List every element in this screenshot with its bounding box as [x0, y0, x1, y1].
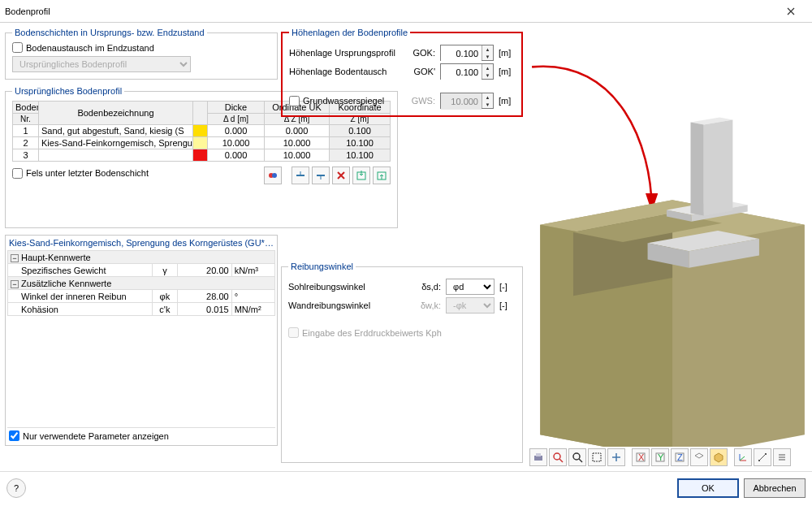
- svg-text:X: X: [638, 452, 645, 462]
- kph-checkbox-label: Eingabe des Erddruckbeiwerts Kph: [288, 327, 516, 338]
- profile-toolbar: [264, 167, 391, 184]
- table-row[interactable]: 1Sand, gut abgestuft, Sand, kiesig (S0.0…: [13, 125, 391, 137]
- chevron-down-icon: ▼: [482, 101, 493, 108]
- gws-spinner: ▲▼: [440, 93, 494, 109]
- view-toolbar: X Y Z: [528, 447, 809, 468]
- view-x-icon[interactable]: X: [632, 448, 650, 466]
- profile-select: Ursprüngliches Bodenprofil: [12, 56, 191, 72]
- svg-text:Z: Z: [677, 452, 683, 462]
- sohl-select[interactable]: φd: [446, 279, 495, 295]
- row-delete-button[interactable]: [332, 167, 350, 184]
- collapse-icon[interactable]: −: [11, 280, 19, 288]
- view-y-icon[interactable]: Y: [651, 448, 669, 466]
- prop-row-wink[interactable]: Winkel der inneren Reibun φk 28.00 °: [8, 290, 275, 303]
- ok-button[interactable]: OK: [677, 478, 739, 498]
- right-column: X Y Z: [526, 23, 812, 471]
- title-bar: Bodenprofil: [0, 0, 812, 23]
- svg-marker-18: [690, 123, 703, 216]
- gok2-spinner[interactable]: ▲▼: [440, 63, 494, 80]
- pan-icon[interactable]: [607, 448, 625, 466]
- friction-legend: Reibungswinkel: [288, 262, 356, 271]
- help-button[interactable]: ?: [6, 478, 26, 498]
- collapse-icon[interactable]: −: [11, 254, 19, 262]
- profile-grid-legend: Ursprüngliches Bodenprofil: [12, 86, 124, 96]
- friction-fieldset: Reibungswinkel Sohlreibungswinkel δs,d: …: [281, 262, 523, 463]
- axes-icon[interactable]: [734, 448, 752, 466]
- dialog-footer: ? OK Abbrechen: [0, 471, 812, 504]
- left-column: Bodenschichten in Ursprungs- bzw. Endzus…: [0, 23, 278, 471]
- table-row[interactable]: 30.00010.00010.100: [13, 149, 391, 162]
- svg-marker-32: [715, 453, 723, 462]
- row-insert-below-button[interactable]: [312, 167, 330, 184]
- svg-marker-31: [695, 453, 703, 458]
- import-button[interactable]: [352, 167, 370, 184]
- svg-marker-19: [704, 120, 733, 216]
- measure-icon[interactable]: [754, 448, 771, 466]
- more-icon[interactable]: [773, 448, 791, 466]
- prop-row-spez[interactable]: Spezifisches Gewicht γ 20.00 kN/m³: [8, 264, 275, 277]
- layers-fieldset: Bodenschichten in Ursprungs- bzw. Endzus…: [5, 28, 278, 80]
- chevron-up-icon[interactable]: ▲: [482, 45, 493, 53]
- library-button[interactable]: [264, 167, 282, 184]
- rock-checkbox-label[interactable]: Fels unter letzter Bodenschicht: [12, 168, 264, 179]
- preview-svg: [528, 26, 809, 447]
- chevron-up-icon: ▲: [482, 93, 493, 101]
- chevron-down-icon[interactable]: ▼: [482, 53, 493, 60]
- svg-text:Y: Y: [658, 452, 664, 462]
- bodenaustausch-checkbox[interactable]: [12, 42, 23, 53]
- svg-rect-24: [593, 453, 601, 461]
- window-title: Bodenprofil: [5, 6, 775, 16]
- chevron-up-icon[interactable]: ▲: [482, 64, 493, 71]
- view-shade-icon[interactable]: [710, 448, 728, 466]
- mid-column: Höhenlagen der Bodenprofile Höhenlage Ur…: [278, 23, 526, 471]
- find-icon[interactable]: [549, 448, 567, 466]
- kph-checkbox: [288, 327, 299, 338]
- gws-input: [441, 93, 482, 110]
- bodenaustausch-checkbox-label[interactable]: Bodenaustausch im Endzustand: [12, 42, 270, 53]
- property-grid[interactable]: −Haupt-Kennwerte Spezifisches Gewicht γ …: [7, 250, 275, 316]
- svg-rect-2: [296, 175, 304, 176]
- only-used-checkbox-label[interactable]: Nur verwendete Parameter anzeigen: [9, 430, 274, 441]
- gok-spinner[interactable]: ▲▼: [440, 45, 494, 61]
- print-icon[interactable]: [529, 448, 547, 466]
- svg-point-1: [272, 173, 277, 178]
- cancel-button[interactable]: Abbrechen: [744, 478, 806, 498]
- layers-legend: Bodenschichten in Ursprungs- bzw. Endzus…: [12, 28, 207, 37]
- rock-checkbox[interactable]: [12, 168, 23, 179]
- close-button[interactable]: [775, 0, 807, 23]
- zoom-window-icon[interactable]: [588, 448, 606, 466]
- gw-checkbox-label[interactable]: Grundwasserspiegel: [289, 96, 401, 106]
- only-used-checkbox[interactable]: [9, 430, 19, 441]
- props-legend: Kies-Sand-Feinkorngemisch, Sprengung des…: [7, 237, 275, 250]
- row-insert-above-button[interactable]: [292, 167, 309, 184]
- svg-rect-21: [536, 453, 541, 456]
- preview-3d[interactable]: [528, 26, 809, 447]
- svg-rect-3: [317, 175, 325, 176]
- zoom-icon[interactable]: [568, 448, 586, 466]
- chevron-down-icon[interactable]: ▼: [482, 71, 493, 79]
- wand-select: -φk: [446, 297, 495, 314]
- table-row[interactable]: 2Kies-Sand-Feinkorngemisch, Sprengu10.00…: [13, 137, 391, 149]
- gok2-input[interactable]: [441, 64, 482, 80]
- props-panel: Kies-Sand-Feinkorngemisch, Sprengung des…: [5, 235, 278, 446]
- gok-input[interactable]: [441, 45, 482, 62]
- svg-point-23: [573, 453, 580, 460]
- view-iso-icon[interactable]: [690, 448, 708, 466]
- view-z-icon[interactable]: Z: [671, 448, 689, 466]
- elevations-fieldset: Höhenlagen der Bodenprofile Höhenlage Ur…: [281, 28, 523, 117]
- export-button[interactable]: [373, 167, 391, 184]
- gw-checkbox[interactable]: [289, 96, 300, 106]
- elevations-legend: Höhenlagen der Bodenprofile: [289, 28, 410, 37]
- prop-row-koh[interactable]: Kohäsion c'k 0.015 MN/m²: [8, 303, 275, 316]
- svg-point-22: [554, 453, 560, 460]
